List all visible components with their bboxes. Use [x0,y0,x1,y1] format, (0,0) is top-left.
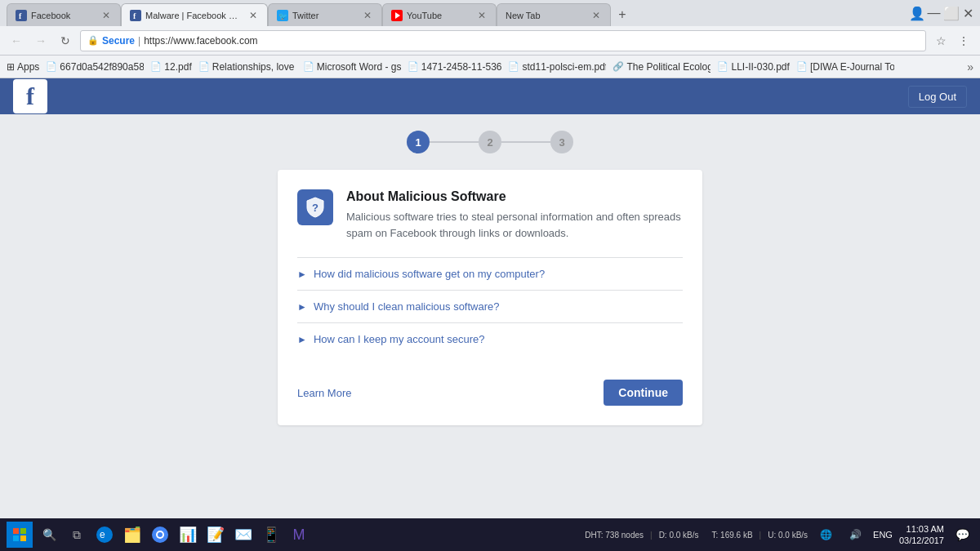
twitter-favicon: 🐦 [277,10,288,21]
faq-list: ► How did malicious software get on my c… [297,257,683,355]
bookmark-item-7[interactable]: 📄 LLI-II-030.pdf [717,61,789,73]
step-1-label: 1 [415,136,421,149]
title-bar: f Facebook ✕ f Malware | Facebook Help ✕… [0,0,980,26]
tab-newtab-label: New Tab [506,11,586,20]
doc-icon-8: 📄 [796,61,808,72]
svg-text:?: ? [312,202,318,214]
faq-item-0[interactable]: ► How did malicious software get on my c… [297,257,683,290]
bookmark-item-6[interactable]: 🔗 The Political Ecology... [612,61,710,73]
bookmarks-bar: ⊞ Apps 📄 667d0a542f890a585... 📄 12.pdf 📄… [0,56,980,78]
step-1-circle: 1 [407,131,430,153]
window-controls: 👤 — ⬜ ✕ [911,8,973,19]
step-line-1 [430,141,479,143]
svg-text:🐦: 🐦 [278,11,288,21]
taskbar-excel-button[interactable]: 📊 [176,523,199,546]
malware-favicon: f [130,10,141,21]
continue-button[interactable]: Continue [604,380,683,406]
doc-icon-5: 📄 [508,61,519,72]
tab-youtube-label: YouTube [407,11,472,20]
profile-icon[interactable]: 👤 [911,8,922,19]
faq-text-0: How did malicious software get on my com… [314,268,545,280]
address-input[interactable]: 🔒 Secure | https://www.facebook.com [80,30,926,51]
faq-chevron-1: ► [297,301,307,313]
menu-button[interactable]: ⋮ [954,31,973,51]
tab-facebook-close[interactable]: ✕ [100,10,112,21]
taskbar-clock: 11:03 AM 03/12/2017 [899,523,944,547]
bookmark-label-3: Microsoft Word - gst... [317,61,401,73]
link-icon-6: 🔗 [612,61,624,72]
svg-rect-10 [20,528,26,534]
taskbar: 🔍 ⧉ e 🗂️ 📊 📝 ✉️ 📱 M [0,518,980,551]
learn-more-link[interactable]: Learn More [297,387,351,399]
reload-button[interactable]: ↻ [56,31,75,51]
total-data: T: 169.6 kB [712,531,753,540]
bookmark-apps[interactable]: ⊞ Apps [7,61,39,73]
faq-item-2[interactable]: ► How can I keep my account secure? [297,322,683,355]
tab-youtube-close[interactable]: ✕ [476,10,488,21]
apps-grid-icon: ⊞ [7,61,15,73]
faq-item-1[interactable]: ► Why should I clean malicious software? [297,290,683,322]
language-indicator[interactable]: ENG [873,530,893,540]
faq-text-2: How can I keep my account secure? [314,333,485,345]
address-url: https://www.facebook.com [144,35,257,47]
faq-text-1: Why should I clean malicious software? [314,300,500,313]
svg-rect-11 [13,535,19,541]
taskbar-explorer-button[interactable]: 🗂️ [121,523,144,546]
notifications-button[interactable]: 💬 [951,523,973,546]
address-actions: ☆ ⋮ [931,31,973,51]
svg-text:e: e [100,529,105,540]
bookmarks-more-button[interactable]: » [967,60,973,73]
tab-malware-label: Malware | Facebook Help [145,11,243,20]
taskbar-word-button[interactable]: 📝 [204,523,227,546]
forward-button[interactable]: → [31,31,51,51]
taskbar-taskview-button[interactable]: ⧉ [65,523,88,546]
dht-info: DHT: 738 nodes [585,531,644,540]
card-header-text: About Malicious Software Malicious softw… [346,189,683,241]
main-content-area: 1 2 3 [0,114,980,518]
minimize-button[interactable]: — [929,8,939,19]
bookmark-item-5[interactable]: 📄 std11-polsci-em.pdf [508,61,606,73]
taskbar-edge-button[interactable]: e [93,523,116,546]
tab-youtube[interactable]: YouTube ✕ [382,3,497,26]
taskbar-messaging-button[interactable]: M [287,523,310,546]
bookmark-star-icon[interactable]: ☆ [931,31,951,51]
step-2-label: 2 [487,136,492,149]
chrome-icon [151,526,169,544]
taskbar-right-area: DHT: 738 nodes | D: 0.0 kB/s T: 169.6 kB… [585,523,973,547]
logout-button[interactable]: Log Out [908,86,967,108]
back-button[interactable]: ← [7,31,26,51]
close-button[interactable]: ✕ [963,8,973,19]
bookmark-item-0[interactable]: 📄 667d0a542f890a585... [46,61,144,73]
tab-twitter[interactable]: 🐦 Twitter ✕ [268,3,382,26]
card-title: About Malicious Software [346,189,683,204]
new-tab-button[interactable]: + [611,3,634,26]
bookmark-item-3[interactable]: 📄 Microsoft Word - gst... [303,61,401,73]
taskbar-chrome-button[interactable] [149,523,172,546]
faq-chevron-2: ► [297,334,307,345]
youtube-favicon [391,10,403,21]
card-footer: Learn More Continue [297,371,683,406]
card-header: ? About Malicious Software Malicious sof… [297,189,683,241]
step-2-circle: 2 [479,131,501,153]
taskbar-email-button[interactable]: ✉️ [232,523,255,546]
tab-twitter-close[interactable]: ✕ [362,10,373,21]
maximize-button[interactable]: ⬜ [946,8,956,19]
network-icon[interactable]: 🌐 [814,523,837,546]
tab-malware-close[interactable]: ✕ [247,10,259,21]
tab-facebook[interactable]: f Facebook ✕ [7,3,121,26]
volume-icon[interactable]: 🔊 [844,523,866,546]
doc-icon-0: 📄 [46,61,57,72]
taskbar-search-button[interactable]: 🔍 [38,523,60,546]
taskbar-phone-button[interactable]: 📱 [260,523,283,546]
bookmark-item-2[interactable]: 📄 Relationships, love ar... [198,61,296,73]
tab-newtab[interactable]: New Tab ✕ [497,3,611,26]
doc-icon-4: 📄 [408,61,419,72]
bookmark-item-1[interactable]: 📄 12.pdf [150,61,191,73]
bookmark-item-4[interactable]: 📄 1471-2458-11-536 [408,61,502,73]
doc-icon-2: 📄 [198,61,210,72]
bookmark-item-8[interactable]: 📄 [DIWA E-Journal Tom... [796,61,894,73]
tab-newtab-close[interactable]: ✕ [590,10,602,21]
start-button[interactable] [7,522,33,548]
address-bar: ← → ↻ 🔒 Secure | https://www.facebook.co… [0,26,980,56]
tab-malware[interactable]: f Malware | Facebook Help ✕ [121,3,268,26]
